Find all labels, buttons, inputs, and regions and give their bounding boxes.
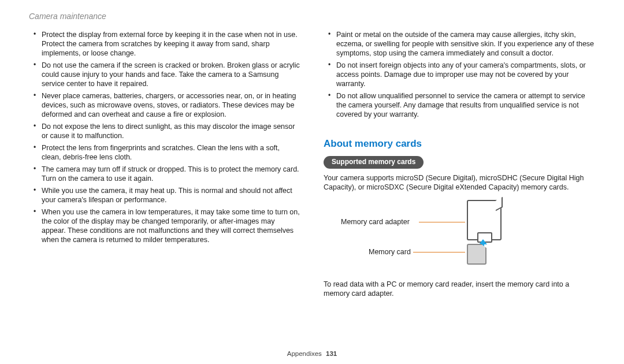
sd-adapter-notch-icon — [496, 197, 503, 211]
list-item: Do not insert foreign objects into any o… — [332, 61, 595, 88]
memory-card-diagram: Memory card adapter Memory card — [341, 196, 595, 277]
footer-section-label: Appendixes — [287, 350, 322, 357]
list-item: Do not use the camera if the screen is c… — [37, 61, 300, 88]
list-item: Do not allow unqualified personnel to se… — [332, 91, 595, 119]
right-bullet-list: Paint or metal on the outside of the cam… — [324, 30, 595, 119]
list-item: Never place cameras, batteries, chargers… — [37, 91, 300, 119]
list-item: While you use the camera, it may heat up… — [37, 186, 300, 205]
card-label: Memory card — [369, 247, 411, 257]
callout-line-icon — [413, 252, 465, 252]
adapter-label: Memory card adapter — [341, 217, 410, 226]
manual-page: Camera maintenance Protect the display f… — [0, 0, 624, 364]
page-number: 131 — [326, 350, 337, 357]
heading-about-memory-cards: About memory cards — [324, 138, 595, 150]
left-bullet-list: Protect the display from external force … — [29, 30, 300, 244]
list-item: Protect the lens from fingerprints and s… — [37, 143, 300, 162]
list-item: The camera may turn off if struck or dro… — [37, 165, 300, 183]
page-footer: Appendixes 131 — [0, 350, 624, 358]
left-column: Protect the display from external force … — [29, 30, 300, 303]
section-header: Camera maintenance — [29, 12, 595, 22]
subheading-pill: Supported memory cards — [324, 156, 424, 169]
right-column: Paint or metal on the outside of the cam… — [324, 30, 595, 303]
callout-line-icon — [419, 222, 465, 222]
list-item: Do not expose the lens to direct sunligh… — [37, 122, 300, 140]
supported-cards-text: Your camera supports microSD (Secure Dig… — [324, 173, 595, 192]
list-item: Protect the display from external force … — [37, 30, 300, 58]
two-column-layout: Protect the display from external force … — [29, 30, 595, 303]
micro-sd-icon — [467, 244, 486, 265]
list-item: When you use the camera in low temperatu… — [37, 207, 300, 244]
list-item: Paint or metal on the outside of the cam… — [332, 30, 595, 58]
after-diagram-text: To read data with a PC or memory card re… — [324, 280, 595, 298]
